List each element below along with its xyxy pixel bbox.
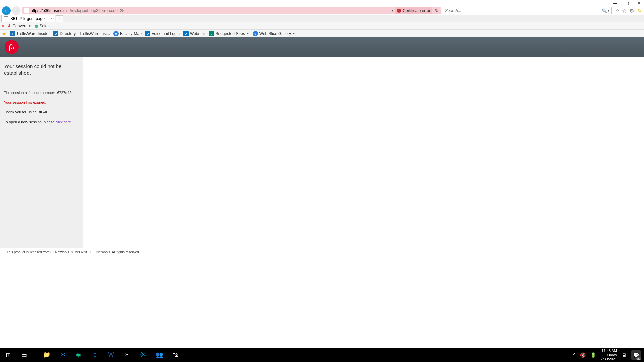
thankyou-message: Thank you for using BIG-IP. [4,110,79,115]
session-error-heading: Your session could not be established. [4,63,79,77]
new-tab-button[interactable]: ▫ [56,15,63,22]
folder-icon: 📁 [43,351,50,358]
notification-count: 20 [636,357,641,360]
tools-gear-icon[interactable]: ⚙ [629,8,634,14]
browser-tab[interactable]: BIG-IP logout page × [1,15,55,22]
scissors-icon: ✂ [125,351,130,358]
ie-icon: e [253,31,258,36]
cert-error-label: Certificate error [402,8,430,13]
feedback-smile-icon[interactable]: ☺ [637,8,642,14]
store-icon: 🛍 [172,351,178,358]
word-icon: W [108,351,114,358]
tab-favicon-icon [4,16,8,21]
chevron-down-icon: ▼ [292,32,296,35]
refresh-button[interactable]: ↻ [434,8,440,13]
close-window-button[interactable]: ✕ [637,1,641,6]
nav-back-button[interactable]: ← [2,6,11,15]
session-expired-message: Your session has expired. [4,100,79,105]
outlook-app[interactable]: ✉ [55,350,70,360]
skype-icon: Ⓢ [140,351,146,359]
ie-icon: e [93,351,97,358]
favorite-label: Web Slice Gallery [259,31,291,36]
toolbar-close-button[interactable]: × [2,24,4,28]
chevron-down-icon: ▼ [246,32,249,35]
favorite-link[interactable]: eFacility Map [113,31,142,36]
favorite-link[interactable]: OWebmail [183,31,205,36]
convert-button[interactable]: ⬇ Convert ▼ [7,23,31,28]
search-dropdown-icon[interactable]: ▾ [607,9,609,12]
file-explorer-app[interactable]: 📁 [39,350,54,360]
taskbar-clock[interactable]: 11:43 AM Friday 7/30/2021 [601,349,617,361]
favorite-label: TrellisWare Insider [16,31,50,36]
home-icon[interactable]: ⌂ [616,8,619,14]
clock-day: Friday [601,353,617,357]
favorite-link[interactable]: TTrellisWare Insider [10,31,50,36]
battery-icon[interactable]: 🔋 [590,352,596,358]
page-favicon-icon [24,8,29,13]
select-button[interactable]: ▦ Select [34,24,50,28]
outlook-icon: O [183,31,189,36]
snipping-tool-app[interactable]: ✂ [119,350,135,360]
teams-app[interactable]: 👥 [152,350,167,360]
url-host: https://o365.usmc.mil [31,8,68,13]
favorite-label: Webmail [190,31,205,36]
pdf-toolbar: × ⬇ Convert ▼ ▦ Select [0,22,644,29]
bing-icon: b [209,31,214,36]
store-app[interactable]: 🛍 [168,350,183,360]
minimize-button[interactable]: — [612,1,617,6]
url-path: /my.logout.php3?errorcode=25 [70,8,124,13]
word-app[interactable]: W [103,350,119,360]
search-input[interactable] [445,8,600,13]
internet-explorer-app[interactable]: e [87,350,103,360]
clock-time: 11:43 AM [601,349,617,353]
teams-icon: 👥 [156,351,163,358]
site-icon: T [10,31,15,36]
task-view-icon: ▭ [21,351,27,359]
volume-muted-icon[interactable]: 🔇 [580,352,586,358]
url-dropdown-icon[interactable]: ▼ [391,9,394,12]
message-sidebar: Your session could not be established. T… [0,57,83,248]
system-tray: ^ 🔇 🔋 11:43 AM Friday 7/30/2021 🖥 💬 20 [573,348,644,362]
browser-search-box[interactable]: 🔍 ▾ [443,7,612,14]
favorite-link[interactable]: DDirectory [53,31,76,36]
favorite-label: Facility Map [120,31,142,36]
footer-text: This product is licensed from F5 Network… [7,250,140,254]
select-icon: ▦ [34,24,38,28]
tab-close-button[interactable]: × [50,16,53,21]
start-button[interactable]: ⊞ [0,348,16,362]
page-footer: This product is licensed from F5 Network… [0,248,644,256]
favorite-label: Voicemail Login [152,31,180,36]
windows-icon: ⊞ [6,351,11,359]
action-center-button[interactable]: 💬 20 [631,350,641,360]
favorite-link[interactable]: OVoicemail Login [145,31,180,36]
edge-app[interactable]: ◉ [71,350,87,360]
project-icon[interactable]: 🖥 [622,352,627,358]
new-session-link[interactable]: click here. [56,120,72,124]
clock-date: 7/30/2021 [601,357,617,361]
favorite-link[interactable]: bSuggested Sites▼ [209,31,249,36]
favorite-label: TrellisWare Insi... [79,31,110,36]
favorites-star-icon[interactable]: ★ [2,31,6,36]
session-ref-value: 6727d42c [57,90,73,95]
arrow-left-icon: ← [4,8,9,14]
arrow-right-icon: → [14,8,19,14]
favorite-link[interactable]: TrellisWare Insi... [79,31,110,36]
taskbar: ⊞ ▭ 📁 ✉ ◉ e W ✂ Ⓢ 👥 🛍 ^ 🔇 🔋 11:43 AM Fri… [0,348,644,362]
certificate-error-badge[interactable]: ✕ Certificate error [395,7,432,14]
address-bar-row: ← → https://o365.usmc.mil/my.logout.php3… [0,7,644,15]
notification-icon: 💬 [633,352,639,358]
task-view-button[interactable]: ▭ [16,348,32,362]
favorites-star-icon[interactable]: ☆ [622,8,627,14]
skype-app[interactable]: Ⓢ [136,350,151,360]
favorite-label: Directory [60,31,76,36]
outlook-icon: O [145,31,150,36]
address-bar[interactable]: https://o365.usmc.mil/my.logout.php3?err… [22,7,441,14]
favorite-link[interactable]: eWeb Slice Gallery▼ [253,31,296,36]
nav-forward-button[interactable]: → [12,6,21,15]
page-content: f5 Your session could not be established… [0,37,644,323]
maximize-button[interactable]: ▢ [625,1,629,6]
tray-overflow-button[interactable]: ^ [573,352,575,358]
search-icon[interactable]: 🔍 [600,8,607,13]
browser-chrome-buttons: ⌂ ☆ ⚙ ☺ [616,8,642,14]
window-titlebar: — ▢ ✕ [0,0,644,7]
